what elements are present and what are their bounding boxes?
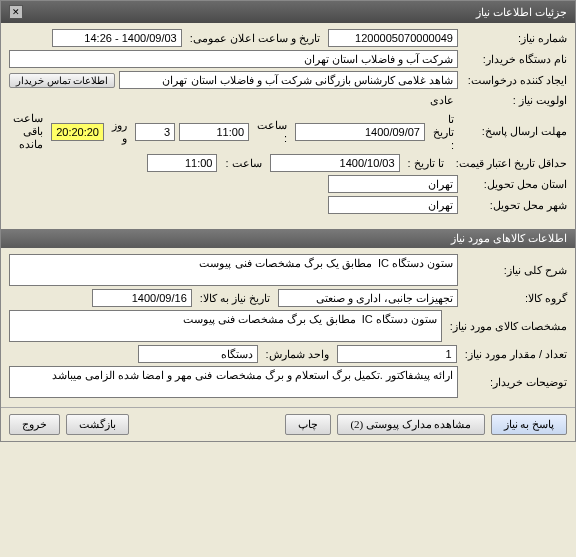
titlebar: جزئیات اطلاعات نیاز ✕ — [1, 1, 575, 23]
validity-date-field[interactable] — [270, 154, 400, 172]
contact-buyer-button[interactable]: اطلاعات تماس خریدار — [9, 73, 115, 88]
window-title: جزئیات اطلاعات نیاز — [476, 6, 567, 19]
exit-button[interactable]: خروج — [9, 414, 60, 435]
deadline-date-field[interactable] — [295, 123, 425, 141]
print-button[interactable]: چاپ — [285, 414, 331, 435]
delivery-city-label: شهر محل تحویل: — [462, 199, 567, 212]
announce-field[interactable] — [52, 29, 182, 47]
unit-label: واحد شمارش: — [262, 348, 333, 361]
qty-field[interactable] — [337, 345, 457, 363]
deadline-label: مهلت ارسال پاسخ: — [462, 125, 567, 138]
need-date-label: تاریخ نیاز به کالا: — [196, 292, 274, 305]
spec-label: مشخصات کالای مورد نیاز: — [446, 320, 567, 333]
close-icon[interactable]: ✕ — [9, 5, 23, 19]
toolbar-spacer — [135, 414, 279, 435]
time-label-2: ساعت : — [221, 157, 265, 170]
buyer-field[interactable] — [9, 50, 458, 68]
priority-label: اولویت نیاز : — [462, 94, 567, 107]
group-label: گروه کالا: — [462, 292, 567, 305]
creator-label: ایجاد کننده درخواست: — [462, 74, 567, 87]
window: جزئیات اطلاعات نیاز ✕ شماره نیاز: تاریخ … — [0, 0, 576, 442]
delivery-city-field[interactable] — [328, 196, 458, 214]
reply-button[interactable]: پاسخ به نیاز — [491, 414, 568, 435]
remaining-time: 20:20:20 — [51, 123, 104, 141]
need-number-label: شماره نیاز: — [462, 32, 567, 45]
buyer-label: نام دستگاه خریدار: — [462, 53, 567, 66]
validity-time-field[interactable] — [147, 154, 217, 172]
group-field[interactable] — [278, 289, 458, 307]
desc-label: شرح کلی نیاز: — [462, 264, 567, 277]
delivery-province-field[interactable] — [328, 175, 458, 193]
attachments-button[interactable]: مشاهده مدارک پیوستی (2) — [337, 414, 484, 435]
unit-field[interactable] — [138, 345, 258, 363]
remaining-label: ساعت باقی مانده — [9, 112, 47, 151]
to-date-label: تا تاریخ : — [429, 113, 458, 151]
time-label-1: ساعت : — [253, 119, 291, 144]
buyer-notes-field[interactable] — [9, 366, 458, 398]
announce-label: تاریخ و ساعت اعلان عمومی: — [186, 32, 324, 45]
need-date-field[interactable] — [92, 289, 192, 307]
creator-field[interactable] — [119, 71, 458, 89]
goods-section: شرح کلی نیاز: گروه کالا: تاریخ نیاز به ک… — [1, 248, 575, 407]
days-field[interactable] — [135, 123, 175, 141]
qty-label: تعداد / مقدار مورد نیاز: — [461, 348, 567, 361]
deadline-time-field[interactable] — [179, 123, 249, 141]
buyer-notes-label: توضیحات خریدار: — [462, 376, 567, 389]
need-number-field[interactable] — [328, 29, 458, 47]
spec-field[interactable] — [9, 310, 442, 342]
to-date-label-2: تا تاریخ : — [404, 157, 448, 170]
need-info-section: شماره نیاز: تاریخ و ساعت اعلان عمومی: نا… — [1, 23, 575, 223]
validity-label: حداقل تاریخ اعتبار قیمت: — [452, 157, 567, 170]
desc-field[interactable] — [9, 254, 458, 286]
goods-section-header: اطلاعات کالاهای مورد نیاز — [1, 229, 575, 248]
back-button[interactable]: بازگشت — [66, 414, 129, 435]
days-and-label: روز و — [108, 119, 131, 145]
priority-value: عادی — [426, 92, 458, 109]
bottom-toolbar: پاسخ به نیاز مشاهده مدارک پیوستی (2) چاپ… — [1, 407, 575, 441]
delivery-province-label: استان محل تحویل: — [462, 178, 567, 191]
